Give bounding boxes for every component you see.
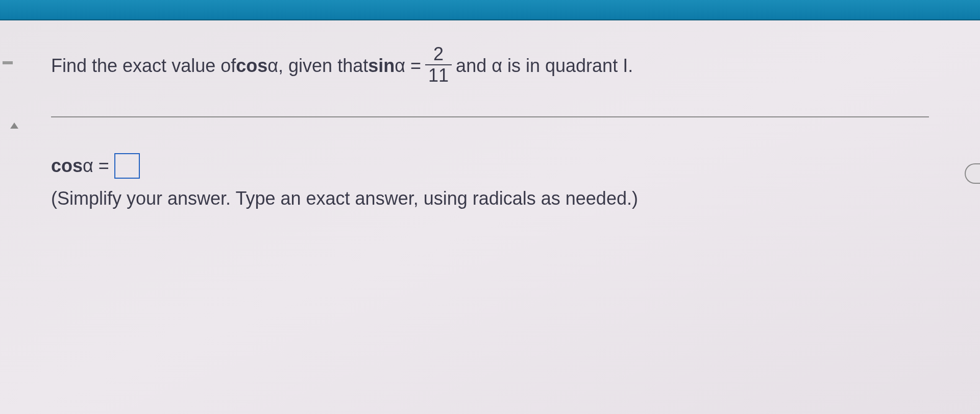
question-alpha1: α, given that [267,51,368,81]
instruction-text: (Simplify your answer. Type an exact ans… [51,184,929,213]
answer-input[interactable] [114,153,140,179]
scroll-up-icon[interactable] [10,123,18,129]
question-text: Find the exact value of cos α, given tha… [51,46,929,86]
answer-row: cos α = [51,153,929,179]
right-badge[interactable] [965,163,980,184]
question-part2: and α is in quadrant I. [456,51,633,81]
fraction: 2 11 [425,45,452,85]
header-bar [0,0,980,20]
divider [51,116,929,117]
fraction-denominator: 11 [425,66,452,85]
sin-label: sin [368,51,395,81]
left-indicator [3,61,13,64]
answer-alpha-eq: α = [83,155,109,177]
question-part1: Find the exact value of [51,51,236,81]
content-area: Find the exact value of cos α, given tha… [0,20,980,414]
fraction-numerator: 2 [430,45,447,63]
answer-area: cos α = (Simplify your answer. Type an e… [51,153,929,213]
cos-label: cos [236,51,267,81]
question-alpha2: α = [395,51,421,81]
answer-cos-label: cos [51,155,83,177]
